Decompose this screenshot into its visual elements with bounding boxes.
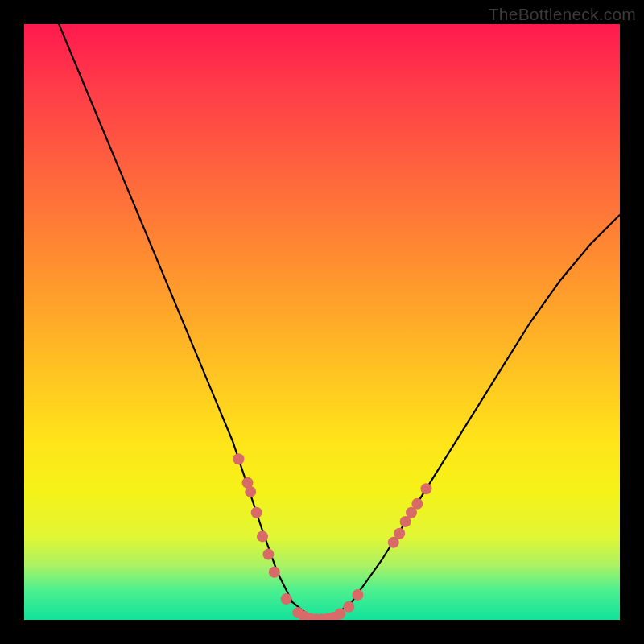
bottleneck-curve: [54, 24, 620, 620]
scatter-dot: [262, 549, 274, 560]
scatter-dot: [281, 593, 292, 605]
scatter-dot: [352, 589, 363, 601]
watermark-text: TheBottleneck.com: [489, 5, 636, 24]
scatter-dot: [245, 486, 256, 497]
scatter-dot: [343, 601, 354, 613]
chart-frame: TheBottleneck.com: [0, 0, 644, 644]
scatter-dot: [411, 498, 423, 510]
scatter-dot: [257, 530, 268, 542]
scatter-dot: [269, 567, 280, 578]
scatter-dot: [421, 483, 432, 494]
scatter-dot: [233, 453, 244, 464]
scatter-dots: [233, 453, 431, 620]
chart-svg: [24, 24, 620, 620]
scatter-dot: [334, 609, 345, 620]
plot-area: [24, 24, 620, 620]
scatter-dot: [394, 528, 405, 539]
scatter-dot: [251, 507, 262, 518]
